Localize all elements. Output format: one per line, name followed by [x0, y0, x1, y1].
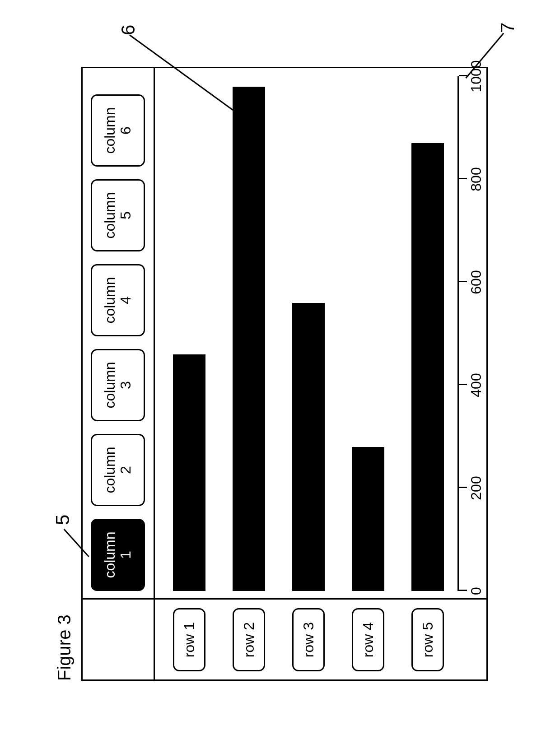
bar-row-5 [411, 143, 444, 591]
figure-title: Figure 3 [54, 614, 75, 681]
row-button-label: row 5 [420, 622, 436, 657]
column-button-5[interactable]: column 5 [91, 179, 145, 251]
column-button-3[interactable]: column 3 [91, 349, 145, 421]
x-tick-label: 1000 [468, 58, 485, 94]
bar-row-3 [292, 303, 325, 591]
column-button-number: 5 [118, 211, 134, 219]
row-button-label: row 1 [181, 622, 198, 657]
row-button-3[interactable]: row 3 [292, 608, 325, 671]
row-button-label: row 3 [300, 622, 317, 657]
row-button-2[interactable]: row 2 [233, 608, 265, 671]
x-tick-label: 0 [468, 573, 485, 609]
x-axis: 0 200 400 600 800 1000 [457, 76, 481, 591]
row-label-column: row 1 row 2 row 3 row 4 row 5 [173, 608, 444, 671]
column-button-number: 2 [118, 466, 134, 474]
column-button-label: column [102, 107, 118, 154]
row-button-1[interactable]: row 1 [173, 608, 205, 671]
bar-row-4 [352, 447, 384, 591]
x-tick-label: 600 [468, 264, 485, 300]
main-panel: column 1 column 2 column 3 column 4 colu… [81, 67, 488, 681]
column-button-1[interactable]: column 1 [91, 519, 145, 591]
column-button-2[interactable]: column 2 [91, 434, 145, 506]
column-button-label: column [102, 447, 118, 493]
column-button-label: column [102, 531, 118, 578]
column-button-number: 1 [118, 551, 134, 559]
column-selector-row: column 1 column 2 column 3 column 4 colu… [91, 94, 145, 591]
annotation-6: 6 [117, 25, 139, 35]
bar-plot [173, 76, 457, 591]
column-button-label: column [102, 277, 118, 323]
column-button-6[interactable]: column 6 [91, 94, 145, 167]
column-button-number: 6 [118, 126, 134, 135]
x-tick-label: 800 [468, 161, 485, 197]
x-tick-label: 200 [468, 470, 485, 506]
column-button-4[interactable]: column 4 [91, 264, 145, 336]
annotation-7: 7 [497, 23, 518, 33]
row-button-label: row 2 [241, 622, 257, 657]
row-button-5[interactable]: row 5 [411, 608, 444, 671]
column-button-label: column [102, 362, 118, 408]
column-button-number: 4 [118, 296, 134, 304]
bar-row-2 [233, 87, 265, 591]
row-button-4[interactable]: row 4 [352, 608, 384, 671]
column-button-label: column [102, 192, 118, 238]
column-button-number: 3 [118, 381, 134, 389]
annotation-5: 5 [52, 515, 74, 525]
row-button-label: row 4 [360, 622, 377, 657]
x-tick-label: 400 [468, 367, 485, 403]
bar-row-1 [173, 354, 205, 591]
